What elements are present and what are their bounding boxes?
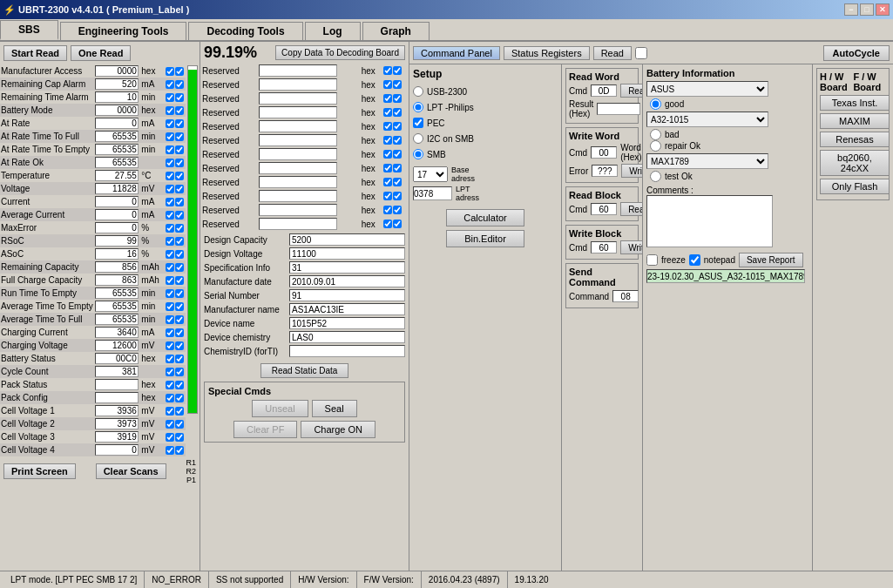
serial-num-input[interactable] — [289, 289, 405, 301]
row-value[interactable] — [94, 169, 141, 182]
row-value[interactable] — [94, 117, 141, 130]
calculator-button[interactable]: Calculator — [446, 209, 524, 226]
device-name-input[interactable] — [289, 317, 405, 329]
row-value[interactable] — [94, 404, 141, 417]
rcheck1[interactable] — [383, 66, 392, 75]
check1[interactable] — [166, 276, 174, 285]
check1[interactable] — [166, 198, 174, 206]
row-value[interactable] — [94, 365, 141, 378]
check2[interactable] — [175, 106, 184, 115]
row-value[interactable] — [94, 352, 141, 365]
rcheck1[interactable] — [383, 178, 392, 186]
check1[interactable] — [166, 420, 174, 429]
reserved-input-cell[interactable] — [257, 91, 360, 105]
check1[interactable] — [166, 355, 174, 363]
rcheck2[interactable] — [393, 150, 402, 159]
one-read-button[interactable]: One Read — [71, 45, 131, 61]
check2[interactable] — [175, 237, 184, 246]
reserved-input-cell[interactable] — [257, 161, 360, 175]
check2[interactable] — [175, 211, 184, 220]
read-word-btn[interactable]: Read — [620, 84, 643, 98]
check2[interactable] — [175, 302, 184, 311]
design-capacity-input[interactable] — [289, 233, 405, 246]
check1[interactable] — [166, 224, 174, 233]
check2[interactable] — [175, 145, 184, 154]
read-block-cmd-input[interactable] — [591, 203, 617, 215]
i2c-radio[interactable] — [413, 133, 423, 144]
check2[interactable] — [175, 198, 184, 206]
row-value[interactable] — [94, 417, 141, 430]
chip-select[interactable]: MAX1789 — [646, 153, 768, 169]
model-select[interactable]: A32-1015 — [646, 112, 768, 127]
copy-data-button[interactable]: Copy Data To Decoding Board — [275, 45, 405, 60]
rcheck2[interactable] — [393, 94, 402, 103]
row-value[interactable] — [94, 143, 141, 156]
row-value[interactable] — [94, 300, 141, 313]
print-screen-button[interactable]: Print Screen — [3, 463, 76, 479]
clear-scans-button[interactable]: Clear Scans — [96, 463, 166, 479]
check2[interactable] — [175, 341, 184, 350]
row-value[interactable] — [94, 391, 141, 404]
row-value[interactable] — [94, 195, 141, 208]
check2[interactable] — [175, 250, 184, 259]
check1[interactable] — [166, 132, 174, 141]
rcheck1[interactable] — [383, 192, 392, 200]
rcheck1[interactable] — [383, 122, 392, 131]
row-value[interactable] — [94, 130, 141, 143]
read-block-btn[interactable]: Read — [620, 202, 643, 216]
rcheck2[interactable] — [393, 164, 402, 172]
check2[interactable] — [175, 185, 184, 193]
check2[interactable] — [175, 420, 184, 429]
check1[interactable] — [166, 263, 174, 272]
maximize-btn[interactable]: □ — [860, 3, 874, 16]
rcheck2[interactable] — [393, 178, 402, 186]
rcheck2[interactable] — [393, 122, 402, 131]
check1[interactable] — [166, 315, 174, 324]
check1[interactable] — [166, 106, 174, 115]
check1[interactable] — [166, 119, 174, 128]
row-value[interactable] — [94, 430, 141, 443]
check2[interactable] — [175, 172, 184, 180]
reserved-input-cell[interactable] — [257, 147, 360, 161]
reserved-input-cell[interactable] — [257, 105, 360, 119]
check2[interactable] — [175, 289, 184, 298]
row-value[interactable] — [94, 91, 141, 104]
manufacturer-select[interactable]: ASUS — [646, 81, 768, 97]
base-addr-select[interactable]: 17 — [413, 166, 448, 182]
command-input[interactable] — [612, 290, 639, 302]
write-block-cmd-input[interactable] — [591, 241, 617, 253]
save-report-button[interactable]: Save Report — [739, 253, 803, 267]
lpt-radio[interactable] — [413, 102, 423, 112]
check1[interactable] — [166, 289, 174, 298]
test-ok-radio[interactable] — [650, 171, 661, 182]
check1[interactable] — [166, 172, 174, 180]
row-value[interactable] — [94, 221, 141, 234]
minimize-btn[interactable]: − — [844, 3, 858, 16]
reserved-input-cell[interactable] — [257, 78, 360, 91]
check1[interactable] — [166, 341, 174, 350]
rcheck1[interactable] — [383, 94, 392, 103]
row-value[interactable] — [94, 339, 141, 352]
bin-editor-button[interactable]: Bin.Editor — [446, 230, 524, 247]
check2[interactable] — [175, 407, 184, 416]
row-value[interactable] — [94, 208, 141, 221]
check2[interactable] — [175, 355, 184, 363]
check2[interactable] — [175, 276, 184, 285]
check1[interactable] — [166, 145, 174, 154]
write-word-btn[interactable]: Write — [621, 164, 643, 178]
reserved-input-cell[interactable] — [257, 64, 360, 78]
row-value[interactable] — [94, 156, 141, 169]
rcheck1[interactable] — [383, 220, 392, 228]
check2[interactable] — [175, 315, 184, 324]
read-button[interactable]: Read — [593, 46, 632, 60]
write-block-btn[interactable]: Write — [620, 240, 643, 254]
check2[interactable] — [175, 67, 184, 76]
row-value[interactable] — [94, 260, 141, 274]
check2[interactable] — [175, 119, 184, 128]
check1[interactable] — [166, 446, 174, 455]
spec-info-input[interactable] — [289, 261, 405, 274]
log-input[interactable] — [646, 269, 805, 283]
row-value[interactable] — [94, 64, 141, 78]
row-value[interactable] — [94, 104, 141, 117]
check1[interactable] — [166, 93, 174, 102]
